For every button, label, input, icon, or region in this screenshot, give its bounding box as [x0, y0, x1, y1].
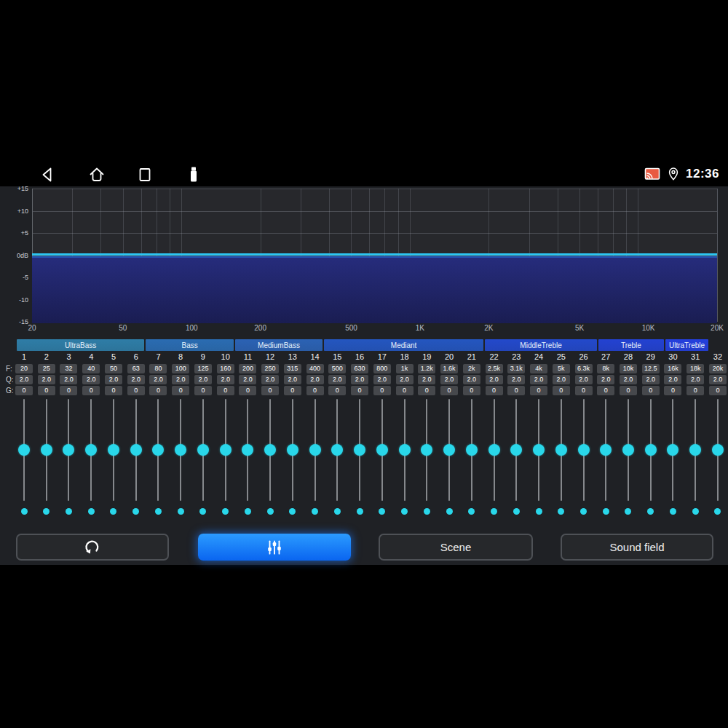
screen-mirror-icon: [644, 165, 661, 183]
gain-slider-knob[interactable]: [555, 444, 567, 456]
gain-value-chip: 0: [575, 386, 593, 395]
gain-value-chip: 0: [15, 386, 33, 395]
gain-slider-knob[interactable]: [421, 444, 432, 456]
band-group-ultratreble[interactable]: UltraTreble: [665, 339, 709, 351]
channel-indicator-dot[interactable]: [647, 508, 654, 515]
gain-slider-knob[interactable]: [689, 444, 701, 456]
scene-button[interactable]: Scene: [379, 534, 533, 561]
gain-slider-knob[interactable]: [578, 444, 590, 456]
channel-indicator-dot[interactable]: [625, 508, 631, 515]
gain-slider-knob[interactable]: [152, 444, 164, 456]
freq-value-chip: 63: [127, 364, 145, 373]
gain-slider-knob[interactable]: [622, 444, 634, 456]
gain-slider-knob[interactable]: [466, 444, 478, 456]
channel-indicator-dot[interactable]: [312, 508, 318, 515]
q-value-chip: 2.0: [239, 375, 256, 384]
channel-indicator-dot[interactable]: [714, 508, 721, 515]
channel-indicator-dot[interactable]: [670, 508, 676, 515]
channel-indicator-dot[interactable]: [43, 508, 50, 515]
home-icon[interactable]: [87, 165, 106, 184]
gain-slider-knob[interactable]: [354, 444, 365, 456]
gain-slider-knob[interactable]: [667, 444, 678, 456]
channel-indicator-dot[interactable]: [178, 508, 184, 515]
gain-slider-knob[interactable]: [287, 444, 298, 456]
equalizer-button[interactable]: [198, 534, 351, 561]
channel-indicator-dot[interactable]: [379, 508, 385, 515]
gain-slider-knob[interactable]: [533, 444, 545, 456]
gain-slider-knob[interactable]: [220, 444, 232, 456]
gain-value-chip: 0: [328, 386, 346, 395]
gain-slider-knob[interactable]: [130, 444, 142, 456]
gain-slider-knob[interactable]: [264, 444, 276, 456]
channel-indicator-dot[interactable]: [446, 508, 453, 515]
band-group-middletreble[interactable]: MiddleTreble: [485, 339, 597, 351]
q-value-chip: 2.0: [194, 375, 212, 384]
band-group-bass[interactable]: Bass: [146, 339, 233, 351]
channel-indicator-dot[interactable]: [558, 508, 564, 515]
channel-indicator-dot[interactable]: [468, 508, 475, 515]
sound-field-button-label: Sound field: [609, 541, 664, 553]
gain-slider-knob[interactable]: [331, 444, 343, 456]
reset-button[interactable]: [16, 534, 169, 561]
gain-slider-knob[interactable]: [175, 444, 186, 456]
gain-value-chip: 0: [82, 386, 100, 395]
gain-slider-knob[interactable]: [242, 444, 253, 456]
gain-slider-knob[interactable]: [376, 444, 388, 456]
channel-indicator-dot[interactable]: [155, 508, 162, 515]
gain-slider-knob[interactable]: [645, 444, 657, 456]
gain-slider-knob[interactable]: [197, 444, 209, 456]
gain-slider-knob[interactable]: [41, 444, 52, 456]
channel-number: 5: [103, 352, 124, 361]
channel-indicator-dot[interactable]: [245, 508, 251, 515]
channel-indicator-dot[interactable]: [334, 508, 341, 515]
gain-slider-knob[interactable]: [309, 444, 321, 456]
freq-axis-label: 500: [345, 324, 357, 332]
channel-indicator-dot[interactable]: [424, 508, 430, 515]
freq-value-chip: 20: [15, 364, 33, 373]
channel-indicator-dot[interactable]: [267, 508, 274, 515]
channel-indicator-dot[interactable]: [66, 508, 72, 515]
channel-indicator-dot[interactable]: [132, 508, 139, 515]
gain-slider-knob[interactable]: [488, 444, 500, 456]
band-group-ultrabass[interactable]: UltraBass: [17, 339, 144, 351]
channel-indicator-dot[interactable]: [692, 508, 699, 515]
gain-slider-knob[interactable]: [510, 444, 522, 456]
channel-indicator-dot[interactable]: [491, 508, 497, 515]
usb-drive-icon[interactable]: [184, 165, 203, 184]
q-value-chip: 2.0: [664, 375, 681, 384]
gain-value-chip: 0: [351, 386, 368, 395]
band-group-treble[interactable]: Treble: [598, 339, 664, 351]
sound-field-button[interactable]: Sound field: [561, 534, 713, 561]
gain-slider-knob[interactable]: [399, 444, 411, 456]
channel-indicator-dot[interactable]: [580, 508, 587, 515]
channel-indicator-dot[interactable]: [289, 508, 296, 515]
gain-slider-knob[interactable]: [712, 444, 724, 456]
channel-indicator-dot[interactable]: [222, 508, 229, 515]
gain-slider-knob[interactable]: [443, 444, 455, 456]
channel-indicator-dot[interactable]: [536, 508, 542, 515]
channel-indicator-dot[interactable]: [199, 508, 206, 515]
channel-indicator-dot[interactable]: [401, 508, 408, 515]
back-icon[interactable]: [39, 165, 58, 184]
gain-slider-knob[interactable]: [63, 444, 74, 456]
channel-indicator-dot[interactable]: [21, 508, 28, 515]
channel-indicator-dot[interactable]: [88, 508, 95, 515]
band-group-label: UltraTreble: [669, 341, 705, 349]
band-group-mediumbass[interactable]: MediumBass: [235, 339, 323, 351]
band-group-label: Bass: [181, 341, 197, 349]
channel-indicator-dot[interactable]: [513, 508, 520, 515]
gain-slider-knob[interactable]: [85, 444, 97, 456]
channel-indicator-dot[interactable]: [357, 508, 363, 515]
gain-slider-knob[interactable]: [18, 444, 30, 456]
recents-icon[interactable]: [135, 165, 154, 184]
freq-axis-label: 200: [254, 324, 266, 332]
channel-indicator-dot[interactable]: [603, 508, 609, 515]
gain-slider-knob[interactable]: [600, 444, 612, 456]
gain-value-chip: 0: [620, 386, 637, 395]
channel-indicator-dot[interactable]: [110, 508, 116, 515]
gain-slider-knob[interactable]: [108, 444, 119, 456]
q-value-chip: 2.0: [642, 375, 660, 384]
band-group-label: UltraBass: [65, 341, 96, 349]
gain-value-chip: 0: [687, 386, 704, 395]
band-group-mediant[interactable]: Mediant: [324, 339, 483, 351]
